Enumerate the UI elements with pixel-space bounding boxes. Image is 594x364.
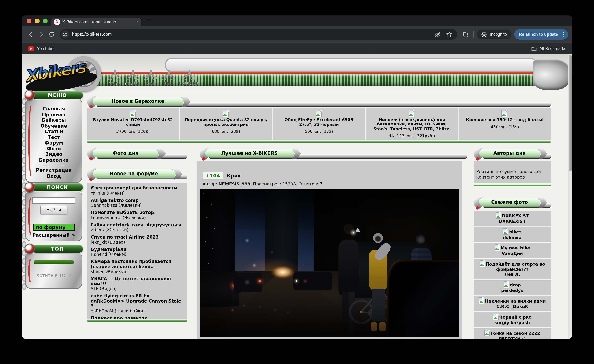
fresh-photo-item[interactable]: Чорний сірко sergiy karpush	[474, 312, 551, 327]
forum-thread[interactable]: Помогите выбрать ротор. Longwayhome (Жел…	[91, 210, 184, 220]
page-scrollbar[interactable]	[568, 54, 572, 339]
thread-title[interactable]: Єлектрошокері для безопасности	[91, 186, 184, 191]
eye-off-icon[interactable]	[433, 30, 442, 39]
menu-item[interactable]: Статьи	[26, 129, 81, 135]
discipline-nav-item[interactable]: BMX	[161, 69, 176, 85]
fresh-photo-item[interactable]: Подойдёт для старта во фрирайде??? Лев Л…	[474, 259, 551, 279]
menu-kebab-icon[interactable]	[561, 32, 566, 37]
fresh-photo-author[interactable]: perdedys	[475, 288, 549, 293]
zoom-window-button[interactable]	[43, 19, 47, 23]
forum-thread[interactable]: УВАГА!!! Це петля паралонової ями!!! STF…	[91, 276, 184, 291]
menu-item[interactable]: Барахолка	[26, 157, 81, 163]
marketplace-item[interactable]: Передняя втулка Quanta 32 спицы, промы, …	[180, 108, 272, 140]
fresh-photo-title[interactable]: My new bike	[500, 245, 530, 251]
top-hint-link[interactable]: Хотите в ТОП?	[26, 273, 81, 278]
search-find-button[interactable]: Найти	[40, 206, 67, 214]
fresh-photo-author[interactable]: ilchmax	[475, 235, 549, 240]
menu-item[interactable]: Байкеры	[26, 117, 81, 123]
tab-close-icon[interactable]: ×	[135, 20, 138, 24]
site-settings-icon[interactable]	[61, 30, 69, 38]
thread-title[interactable]: Помогите выбрать ротор.	[91, 210, 184, 215]
fresh-photo-title[interactable]: DXRKEXIST	[502, 213, 529, 218]
marketplace-item-title[interactable]: Обод FireEye Excelerant 650B 27.5", 32 ч…	[277, 118, 360, 127]
new-tab-button[interactable]: +	[146, 16, 150, 24]
site-logo[interactable]: Xbikers	[22, 55, 104, 94]
forum-thread[interactable]: cube flying circus FR by daRkDooM=> Upgr…	[91, 294, 184, 313]
thread-title[interactable]: Auriga tektro comp	[91, 198, 184, 203]
scrollbar-thumb[interactable]	[569, 55, 572, 171]
extensions-puzzle-icon[interactable]	[460, 29, 470, 40]
marketplace-item[interactable]: Втулки Novatec D791sb/d792sb 32 спици 37…	[87, 108, 179, 140]
minimize-window-button[interactable]	[35, 19, 40, 23]
browser-tab[interactable]: X X-Bikers.com – горный вело ×	[51, 18, 141, 26]
fresh-photo-author[interactable]: РЕГОТУН :)	[475, 336, 549, 339]
forum-thread[interactable]: Камера постоянно пробивается (скорее лоп…	[91, 259, 184, 274]
forum-thread[interactable]: Подкаст про розвиток екстримального вело…	[91, 316, 184, 319]
forum-thread[interactable]: Гайка centrlock сама відкручується Ziber…	[91, 222, 184, 232]
marketplace-item[interactable]: Ниппеля( сосок,нипель) для безкамерки, л…	[366, 108, 458, 140]
fresh-photo-title[interactable]: drop	[510, 283, 521, 288]
fresh-photo-title[interactable]: bikes	[509, 229, 522, 235]
forward-icon[interactable]	[36, 29, 47, 40]
bookmark-youtube[interactable]: YouTube	[37, 46, 54, 51]
fresh-photo-item[interactable]: Наклейки на вилки рами C.R.C._DokeR	[474, 296, 551, 311]
discipline-nav-item[interactable]: TRIAL	[107, 69, 122, 85]
fresh-photo-title[interactable]: Гонка на сезон 2222	[491, 331, 540, 336]
fresh-photo-item[interactable]: Гонка на сезон 2222 РЕГОТУН :)	[474, 328, 551, 339]
best-author[interactable]: NEMESIS_999	[218, 182, 250, 187]
forum-thread[interactable]: Єлектрошокері для безопасности Yalinka (…	[91, 186, 184, 195]
discipline-nav-item[interactable]: DIRT	[143, 69, 158, 85]
fresh-photo-item[interactable]: bikes ilchmax	[474, 227, 551, 242]
marketplace-item-title[interactable]: Крепкие оси 150*12 - под болты!	[466, 118, 544, 122]
fresh-photo-title[interactable]: Чорний сірко	[499, 315, 532, 320]
fresh-photo-item[interactable]: DXRKEXIST DXRKEXIST	[474, 211, 551, 226]
thread-title[interactable]: Гайка centrlock сама відкручується	[91, 222, 184, 228]
marketplace-item[interactable]: Обод FireEye Excelerant 650B 27.5", 32 ч…	[273, 108, 365, 140]
thread-title[interactable]: Подкаст про розвиток екстримального вело…	[91, 316, 184, 319]
menu-auth-item[interactable]: Вход	[26, 173, 81, 179]
menu-item[interactable]: Видео	[26, 151, 81, 157]
forum-thread[interactable]: Будматеріали Hanend (Флейм)	[91, 247, 184, 257]
fresh-photo-author[interactable]: VanaДий	[475, 251, 549, 256]
fresh-photo-title[interactable]: Подойдёт для старта во фрирайде???	[486, 262, 545, 272]
forum-thread[interactable]: Auriga tektro comp Cannnabisss (Железки)	[91, 198, 184, 208]
marketplace-item-title[interactable]: Передняя втулка Quanta 32 спицы, промы, …	[184, 118, 267, 127]
menu-item[interactable]: Форум	[26, 140, 81, 146]
bookmark-star-icon[interactable]	[445, 30, 453, 39]
thread-title[interactable]: Будматеріали	[91, 247, 184, 252]
url-text[interactable]: https://x-bikers.com	[72, 32, 430, 37]
relaunch-to-update-button[interactable]: Relaunch to update	[514, 29, 568, 40]
marketplace-item[interactable]: Крепкие оси 150*12 - под болты! 450грн. …	[459, 108, 551, 140]
fresh-photo-author[interactable]: C.R.C._DokeR	[475, 304, 549, 309]
address-bar[interactable]: https://x-bikers.com	[60, 29, 457, 40]
thread-title[interactable]: Спуск по трасі Airline 2023	[91, 235, 184, 240]
back-icon[interactable]	[26, 29, 36, 40]
menu-item[interactable]: Главная	[26, 106, 81, 112]
all-bookmarks-button[interactable]: All Bookmarks	[531, 46, 566, 51]
fresh-photo-author[interactable]: sergiy karpush	[475, 320, 549, 325]
marketplace-item-title[interactable]: Ниппеля( сосок,нипель) для безкамерки, л…	[370, 118, 453, 131]
best-title[interactable]: Крик	[227, 173, 241, 179]
discipline-nav-item[interactable]: STREET	[125, 69, 140, 85]
marketplace-item-title[interactable]: Втулки Novatec D791sb/d792sb 32 спици	[91, 118, 175, 127]
fresh-photo-item[interactable]: My new bike VanaДий	[474, 243, 551, 258]
menu-item[interactable]: Правила	[26, 112, 81, 117]
thread-title[interactable]: УВАГА!!! Це петля паралонової ями!!!	[91, 276, 184, 286]
menu-item[interactable]: Фото	[26, 146, 81, 151]
discipline-nav-item[interactable]: FREERIDE	[179, 69, 198, 85]
fresh-photo-author[interactable]: Лев Л.	[475, 272, 549, 277]
best-photo[interactable]	[200, 189, 459, 337]
fresh-photo-author[interactable]: DXRKEXIST	[475, 219, 549, 224]
menu-item[interactable]: Обучение	[26, 123, 81, 129]
fresh-photo-item[interactable]: drop perdedys	[474, 280, 551, 295]
search-input[interactable]	[32, 197, 75, 204]
thread-title[interactable]: cube flying circus FR by daRkDooM=> Upgr…	[91, 294, 184, 309]
menu-item[interactable]: Тест	[26, 135, 81, 140]
close-window-button[interactable]	[27, 19, 31, 23]
rating-badge[interactable]: +104	[203, 172, 223, 179]
reload-icon[interactable]	[47, 29, 57, 40]
forum-thread[interactable]: Спуск по трасі Airline 2023 jeka_kit (Ви…	[91, 235, 184, 245]
advanced-search-link[interactable]: Расширенный >	[26, 232, 81, 238]
menu-auth-item[interactable]: Регистрация	[26, 168, 81, 173]
fresh-photo-title[interactable]: Наклейки на вилки рами	[485, 298, 546, 304]
